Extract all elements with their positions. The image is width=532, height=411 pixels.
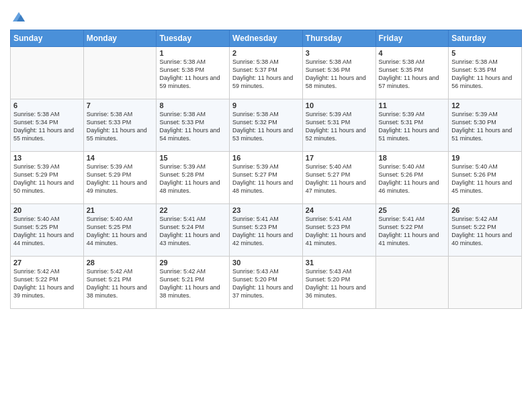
calendar-cell: 12Sunrise: 5:39 AM Sunset: 5:30 PM Dayli… xyxy=(449,99,522,152)
day-number: 19 xyxy=(451,154,519,162)
header-row: SundayMondayTuesdayWednesdayThursdayFrid… xyxy=(11,30,522,47)
day-number: 14 xyxy=(87,154,154,162)
calendar-cell: 3Sunrise: 5:38 AM Sunset: 5:36 PM Daylig… xyxy=(302,47,375,99)
header-cell-wednesday: Wednesday xyxy=(230,30,303,47)
day-number: 9 xyxy=(232,101,300,109)
week-row-2: 6Sunrise: 5:38 AM Sunset: 5:34 PM Daylig… xyxy=(11,99,522,152)
cell-info: Sunrise: 5:41 AM Sunset: 5:22 PM Dayligh… xyxy=(379,215,446,248)
week-row-5: 27Sunrise: 5:42 AM Sunset: 5:22 PM Dayli… xyxy=(11,257,522,309)
cell-info: Sunrise: 5:41 AM Sunset: 5:24 PM Dayligh… xyxy=(159,215,226,248)
cell-info: Sunrise: 5:42 AM Sunset: 5:22 PM Dayligh… xyxy=(13,267,81,300)
calendar-cell: 22Sunrise: 5:41 AM Sunset: 5:24 PM Dayli… xyxy=(157,204,230,257)
day-number: 24 xyxy=(306,206,373,214)
cell-info: Sunrise: 5:41 AM Sunset: 5:23 PM Dayligh… xyxy=(232,215,300,248)
header-cell-sunday: Sunday xyxy=(11,30,84,47)
calendar-cell: 10Sunrise: 5:39 AM Sunset: 5:31 PM Dayli… xyxy=(302,99,375,152)
day-number: 3 xyxy=(306,49,373,57)
header-cell-thursday: Thursday xyxy=(302,30,375,47)
day-number: 18 xyxy=(379,154,446,162)
day-number: 21 xyxy=(87,206,154,214)
day-number: 17 xyxy=(306,154,373,162)
calendar-cell xyxy=(83,47,157,99)
calendar-cell: 20Sunrise: 5:40 AM Sunset: 5:25 PM Dayli… xyxy=(11,204,84,257)
cell-info: Sunrise: 5:38 AM Sunset: 5:35 PM Dayligh… xyxy=(451,58,519,91)
cell-info: Sunrise: 5:39 AM Sunset: 5:27 PM Dayligh… xyxy=(232,163,300,195)
calendar-cell: 19Sunrise: 5:40 AM Sunset: 5:26 PM Dayli… xyxy=(449,152,522,204)
calendar-cell: 24Sunrise: 5:41 AM Sunset: 5:23 PM Dayli… xyxy=(302,204,375,257)
cell-info: Sunrise: 5:43 AM Sunset: 5:20 PM Dayligh… xyxy=(306,267,373,300)
cell-info: Sunrise: 5:39 AM Sunset: 5:29 PM Dayligh… xyxy=(87,163,154,195)
day-number: 16 xyxy=(232,154,300,162)
page: SundayMondayTuesdayWednesdayThursdayFrid… xyxy=(0,0,532,411)
calendar-cell: 16Sunrise: 5:39 AM Sunset: 5:27 PM Dayli… xyxy=(230,152,303,204)
header-cell-monday: Monday xyxy=(83,30,157,47)
calendar-table: SundayMondayTuesdayWednesdayThursdayFrid… xyxy=(10,30,522,309)
day-number: 2 xyxy=(232,49,300,57)
cell-info: Sunrise: 5:38 AM Sunset: 5:32 PM Dayligh… xyxy=(232,110,300,143)
day-number: 1 xyxy=(159,49,226,57)
cell-info: Sunrise: 5:38 AM Sunset: 5:35 PM Dayligh… xyxy=(379,58,446,91)
day-number: 5 xyxy=(451,49,519,57)
cell-info: Sunrise: 5:40 AM Sunset: 5:27 PM Dayligh… xyxy=(306,163,373,195)
day-number: 30 xyxy=(232,259,300,267)
cell-info: Sunrise: 5:38 AM Sunset: 5:33 PM Dayligh… xyxy=(87,110,154,143)
week-row-3: 13Sunrise: 5:39 AM Sunset: 5:29 PM Dayli… xyxy=(11,152,522,204)
cell-info: Sunrise: 5:38 AM Sunset: 5:33 PM Dayligh… xyxy=(159,110,226,143)
week-row-1: 1Sunrise: 5:38 AM Sunset: 5:38 PM Daylig… xyxy=(11,47,522,99)
header-cell-saturday: Saturday xyxy=(449,30,522,47)
calendar-cell: 26Sunrise: 5:42 AM Sunset: 5:22 PM Dayli… xyxy=(449,204,522,257)
header-cell-tuesday: Tuesday xyxy=(157,30,230,47)
cell-info: Sunrise: 5:39 AM Sunset: 5:28 PM Dayligh… xyxy=(159,163,226,195)
cell-info: Sunrise: 5:39 AM Sunset: 5:30 PM Dayligh… xyxy=(451,110,519,143)
header xyxy=(10,7,522,24)
calendar-cell: 8Sunrise: 5:38 AM Sunset: 5:33 PM Daylig… xyxy=(157,99,230,152)
cell-info: Sunrise: 5:38 AM Sunset: 5:37 PM Dayligh… xyxy=(232,58,300,91)
calendar-cell: 28Sunrise: 5:42 AM Sunset: 5:21 PM Dayli… xyxy=(83,257,157,309)
calendar-cell: 18Sunrise: 5:40 AM Sunset: 5:26 PM Dayli… xyxy=(375,152,449,204)
cell-info: Sunrise: 5:40 AM Sunset: 5:25 PM Dayligh… xyxy=(87,215,154,248)
logo-icon xyxy=(11,9,26,24)
day-number: 22 xyxy=(159,206,226,214)
cell-info: Sunrise: 5:39 AM Sunset: 5:29 PM Dayligh… xyxy=(13,163,81,195)
cell-info: Sunrise: 5:40 AM Sunset: 5:26 PM Dayligh… xyxy=(379,163,446,195)
cell-info: Sunrise: 5:41 AM Sunset: 5:23 PM Dayligh… xyxy=(306,215,373,248)
cell-info: Sunrise: 5:42 AM Sunset: 5:21 PM Dayligh… xyxy=(159,267,226,300)
cell-info: Sunrise: 5:40 AM Sunset: 5:25 PM Dayligh… xyxy=(13,215,81,248)
calendar-cell: 14Sunrise: 5:39 AM Sunset: 5:29 PM Dayli… xyxy=(83,152,157,204)
day-number: 7 xyxy=(87,101,154,109)
day-number: 12 xyxy=(451,101,519,109)
day-number: 15 xyxy=(159,154,226,162)
calendar-cell: 31Sunrise: 5:43 AM Sunset: 5:20 PM Dayli… xyxy=(302,257,375,309)
calendar-cell: 23Sunrise: 5:41 AM Sunset: 5:23 PM Dayli… xyxy=(230,204,303,257)
calendar-cell: 6Sunrise: 5:38 AM Sunset: 5:34 PM Daylig… xyxy=(11,99,84,152)
cell-info: Sunrise: 5:38 AM Sunset: 5:36 PM Dayligh… xyxy=(306,58,373,91)
cell-info: Sunrise: 5:40 AM Sunset: 5:26 PM Dayligh… xyxy=(451,163,519,195)
day-number: 25 xyxy=(379,206,446,214)
cell-info: Sunrise: 5:39 AM Sunset: 5:31 PM Dayligh… xyxy=(306,110,373,143)
calendar-cell: 25Sunrise: 5:41 AM Sunset: 5:22 PM Dayli… xyxy=(375,204,449,257)
calendar-cell: 1Sunrise: 5:38 AM Sunset: 5:38 PM Daylig… xyxy=(157,47,230,99)
header-cell-friday: Friday xyxy=(375,30,449,47)
day-number: 20 xyxy=(13,206,81,214)
cell-info: Sunrise: 5:38 AM Sunset: 5:38 PM Dayligh… xyxy=(159,58,226,91)
calendar-cell: 7Sunrise: 5:38 AM Sunset: 5:33 PM Daylig… xyxy=(83,99,157,152)
logo xyxy=(10,9,26,24)
day-number: 10 xyxy=(306,101,373,109)
day-number: 28 xyxy=(87,259,154,267)
day-number: 27 xyxy=(13,259,81,267)
calendar-cell: 29Sunrise: 5:42 AM Sunset: 5:21 PM Dayli… xyxy=(157,257,230,309)
calendar-cell: 2Sunrise: 5:38 AM Sunset: 5:37 PM Daylig… xyxy=(230,47,303,99)
day-number: 6 xyxy=(13,101,81,109)
calendar-cell: 5Sunrise: 5:38 AM Sunset: 5:35 PM Daylig… xyxy=(449,47,522,99)
calendar-cell: 21Sunrise: 5:40 AM Sunset: 5:25 PM Dayli… xyxy=(83,204,157,257)
week-row-4: 20Sunrise: 5:40 AM Sunset: 5:25 PM Dayli… xyxy=(11,204,522,257)
calendar-cell xyxy=(11,47,84,99)
calendar-cell: 15Sunrise: 5:39 AM Sunset: 5:28 PM Dayli… xyxy=(157,152,230,204)
cell-info: Sunrise: 5:42 AM Sunset: 5:22 PM Dayligh… xyxy=(451,215,519,248)
calendar-cell: 9Sunrise: 5:38 AM Sunset: 5:32 PM Daylig… xyxy=(230,99,303,152)
cell-info: Sunrise: 5:42 AM Sunset: 5:21 PM Dayligh… xyxy=(87,267,154,300)
day-number: 4 xyxy=(379,49,446,57)
day-number: 23 xyxy=(232,206,300,214)
calendar-cell xyxy=(375,257,449,309)
day-number: 11 xyxy=(379,101,446,109)
